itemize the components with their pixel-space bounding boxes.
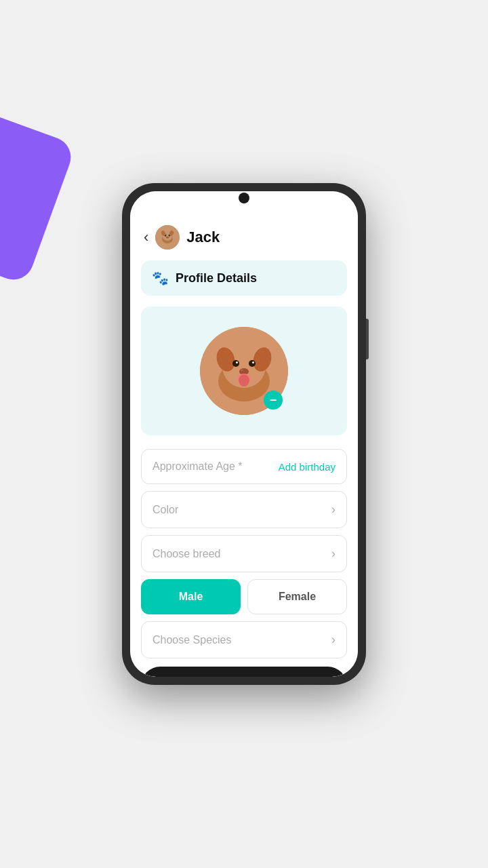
profile-details-banner: 🐾 Profile Details [141,260,347,296]
svg-point-19 [239,374,249,387]
avatar [155,225,180,250]
species-chevron-icon: › [331,633,336,647]
save-button[interactable]: Save [141,667,347,677]
breed-chevron-icon: › [331,547,336,561]
species-label: Choose Species [152,634,232,646]
species-field[interactable]: Choose Species › [141,621,347,658]
svg-point-16 [252,361,254,363]
add-birthday-link[interactable]: Add birthday [279,461,336,473]
photo-area: − [141,307,347,435]
color-field[interactable]: Color › [141,491,347,528]
female-button[interactable]: Female [247,579,347,614]
svg-point-5 [166,237,169,239]
phone-notch [239,193,249,203]
back-button[interactable]: ‹ [144,229,148,246]
edit-photo-button[interactable]: − [264,391,283,410]
color-chevron-icon: › [331,502,336,517]
pet-name: Jack [186,229,220,246]
svg-point-14 [249,360,256,367]
phone-frame: ‹ Jack [122,183,366,685]
paw-icon: 🐾 [152,270,169,286]
svg-point-15 [236,361,238,363]
age-label: Approximate Age * [152,460,243,473]
breed-field[interactable]: Choose breed › [141,535,347,572]
age-field[interactable]: Approximate Age * Add birthday [141,449,347,484]
breed-label: Choose breed [152,548,221,560]
svg-point-20 [241,370,243,372]
phone-side-button [366,319,369,359]
color-label: Color [152,504,178,516]
male-button[interactable]: Male [141,579,241,614]
decorative-shape [0,108,77,285]
phone-screen: ‹ Jack [130,191,358,677]
section-title: Profile Details [176,271,257,285]
save-area: Save [130,658,358,677]
gender-selector: Male Female [141,579,347,614]
svg-point-13 [232,360,239,367]
form-area: Approximate Age * Add birthday Color › C… [130,449,358,658]
app-screen: ‹ Jack [130,191,358,677]
avatar-image [155,225,180,250]
